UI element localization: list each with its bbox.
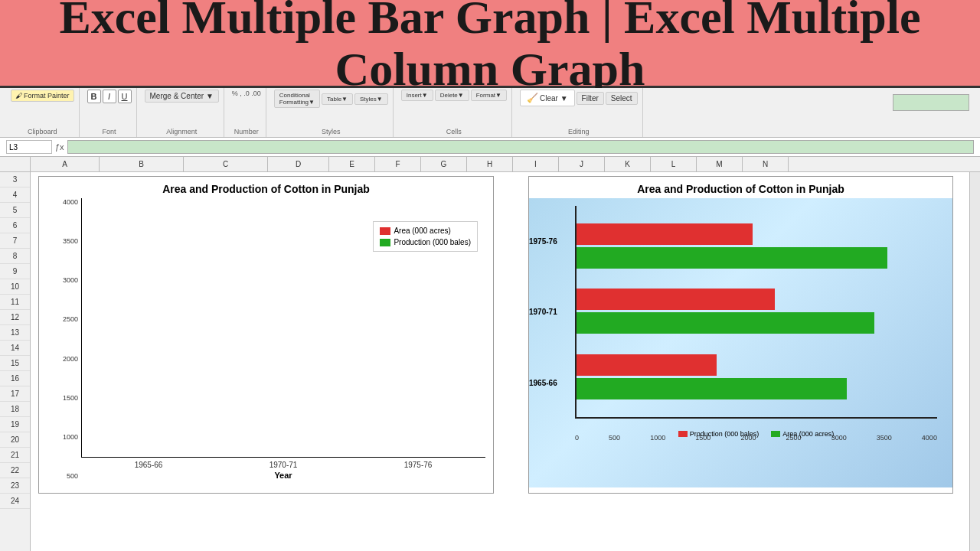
- column-headers: A B C D E F G H I J K L M N: [0, 157, 980, 172]
- ribbon: 🖌 Format Painter Clipboard B I U Font Me…: [0, 88, 980, 138]
- row-4: 4: [0, 187, 30, 203]
- y-label-2500: 2500: [63, 315, 78, 323]
- y-label-2000: 2000: [63, 355, 78, 363]
- row-5: 5: [0, 203, 30, 218]
- spreadsheet: A B C D E F G H I J K L M N 3 4 5 6 7 8 …: [0, 157, 980, 551]
- format-painter-button[interactable]: 🖌 Format Painter: [11, 90, 74, 102]
- row-12: 12: [0, 310, 30, 325]
- editing-group: 🧹 Clear ▼ Filter Select Editing: [515, 88, 643, 137]
- col-header-h: H: [467, 157, 513, 171]
- filter-button[interactable]: Filter: [577, 92, 604, 105]
- rows-area: 3 4 5 6 7 8 9 10 11 12 13 14 15 16 17 18…: [0, 172, 980, 551]
- row-9: 9: [0, 264, 30, 279]
- alignment-group: Merge & Center ▼ Alignment: [140, 88, 224, 137]
- clear-button[interactable]: 🧹 Clear ▼: [520, 90, 575, 106]
- select-button[interactable]: Select: [606, 92, 638, 105]
- font-group: B I U Font: [83, 88, 137, 137]
- h-bar-area-1970: [577, 312, 874, 334]
- x-label-1970: 1970-71: [216, 461, 351, 469]
- col-header-i: I: [513, 157, 559, 171]
- y-label-500: 500: [67, 472, 78, 480]
- name-box[interactable]: L3: [6, 140, 52, 154]
- underline-button[interactable]: U: [118, 90, 132, 103]
- horizontal-chart-title: Area and Production of Cotton in Punjab: [529, 177, 952, 198]
- column-chart: Area and Production of Cotton in Punjab …: [38, 176, 494, 494]
- font-label: Font: [103, 128, 116, 135]
- h-y-label-1965: 1965-66: [529, 379, 560, 387]
- col-header-f: F: [375, 157, 421, 171]
- number-group: % , .0 .00 Number: [227, 88, 266, 137]
- format-button[interactable]: Format▼: [471, 90, 507, 101]
- row-18: 18: [0, 402, 30, 417]
- legend-color-area: [380, 227, 390, 235]
- row-8: 8: [0, 249, 30, 264]
- h-bar-production-1970: [577, 289, 775, 310]
- col-header-n: N: [743, 157, 789, 171]
- y-label-1500: 1500: [63, 394, 78, 402]
- h-bar-group-1970: [577, 289, 937, 334]
- h-legend-item-production: Production (000 bales): [678, 430, 760, 438]
- row-22: 22: [0, 463, 30, 478]
- legend-color-production: [380, 239, 390, 246]
- chart-legend: Area (000 acres) Production (000 bales): [373, 221, 478, 252]
- cells-group: Insert▼ Delete▼ Format▼ Cells: [397, 88, 512, 137]
- formula-display: [893, 94, 969, 111]
- delete-button[interactable]: Delete▼: [435, 90, 469, 101]
- col-header-e: E: [329, 157, 375, 171]
- legend-label-production: Production (000 bales): [394, 238, 471, 246]
- h-bar-production-1965: [577, 354, 717, 376]
- row-19: 19: [0, 417, 30, 432]
- legend-label-area: Area (000 acres): [394, 227, 450, 235]
- cell-styles-button[interactable]: Styles▼: [354, 93, 388, 105]
- h-chart-inner: 1975-76 1970-71 1965-66: [575, 206, 937, 442]
- col-header-l: L: [651, 157, 697, 171]
- clipboard-group: 🖌 Format Painter Clipboard: [6, 88, 80, 137]
- corner-cell: [0, 157, 31, 171]
- formula-input[interactable]: [67, 140, 974, 154]
- merge-center-button[interactable]: Merge & Center ▼: [145, 90, 219, 103]
- format-as-table-button[interactable]: Table▼: [322, 93, 353, 105]
- conditional-formatting-button[interactable]: ConditionalFormatting▼: [274, 90, 320, 108]
- col-header-a: A: [31, 157, 100, 171]
- column-chart-inner: 4000 3500 3000 2500 2000 1500 1000 500: [39, 198, 493, 487]
- bold-button[interactable]: B: [87, 90, 101, 103]
- h-chart-legend: Production (000 bales) Area (000 acres): [575, 430, 937, 438]
- row-14: 14: [0, 341, 30, 356]
- h-bar-group-1975: [577, 223, 937, 269]
- clear-label: Clear ▼: [540, 94, 568, 103]
- h-bar-area-1965: [577, 378, 847, 399]
- col-header-c: C: [184, 157, 268, 171]
- insert-button[interactable]: Insert▼: [401, 90, 433, 101]
- col-header-g: G: [421, 157, 467, 171]
- row-20: 20: [0, 432, 30, 448]
- row-10: 10: [0, 279, 30, 295]
- column-chart-title: Area and Production of Cotton in Punjab: [39, 177, 493, 198]
- h-y-label-1970: 1970-71: [529, 308, 560, 316]
- h-y-label-1975: 1975-76: [529, 237, 560, 246]
- col-header-k: K: [605, 157, 651, 171]
- y-label-1000: 1000: [63, 433, 78, 441]
- number-label: Number: [234, 128, 259, 135]
- col-header-m: M: [697, 157, 743, 171]
- function-icon: ƒx: [55, 142, 64, 152]
- horizontal-chart: Area and Production of Cotton in Punjab …: [528, 176, 953, 494]
- editing-label: Editing: [568, 128, 590, 135]
- cells-label: Cells: [446, 128, 462, 135]
- row-6: 6: [0, 218, 30, 233]
- y-axis: 4000 3500 3000 2500 2000 1500 1000 500: [47, 198, 81, 480]
- h-bar-production-1975: [577, 223, 753, 245]
- h-bars-container: [575, 206, 937, 419]
- clipboard-label: Clipboard: [28, 128, 57, 135]
- row-23: 23: [0, 478, 30, 494]
- horizontal-chart-bg: 1975-76 1970-71 1965-66: [529, 198, 952, 487]
- row-3: 3: [0, 172, 30, 187]
- styles-label: Styles: [322, 128, 341, 135]
- y-label-4000: 4000: [63, 198, 78, 206]
- italic-button[interactable]: I: [103, 90, 116, 103]
- h-legend-color-area: [771, 431, 780, 437]
- col-header-d: D: [268, 157, 329, 171]
- h-y-labels: 1975-76 1970-71 1965-66: [529, 206, 560, 419]
- scrollbar[interactable]: [969, 172, 980, 551]
- col-header-b: B: [100, 157, 184, 171]
- eraser-icon: 🧹: [527, 93, 538, 103]
